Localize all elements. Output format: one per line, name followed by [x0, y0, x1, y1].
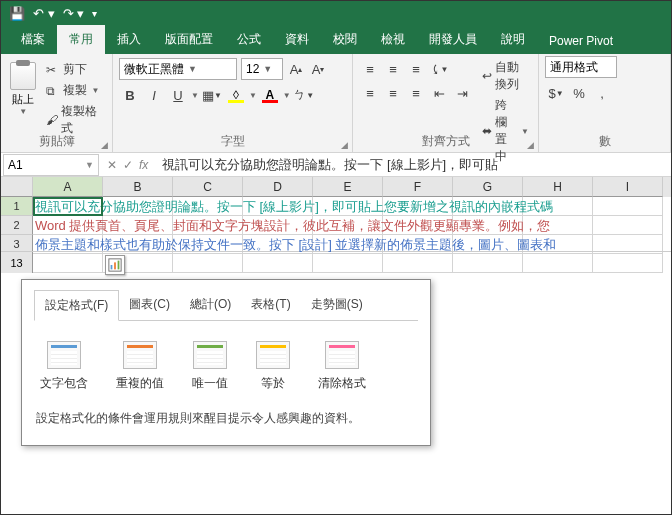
indent-decrease-icon[interactable]: ⇤	[428, 82, 450, 104]
cancel-formula-icon[interactable]: ✕	[107, 158, 117, 172]
ribbon: 貼上 ▼ ✂剪下 ⧉複製▼ 🖌複製格式 剪貼簿◢ 微軟正黑體▼ 12▼ A▴ A…	[1, 54, 671, 153]
tab-home[interactable]: 常用	[57, 25, 105, 54]
col-header-C[interactable]: C	[173, 177, 243, 197]
col-header-I[interactable]: I	[593, 177, 663, 197]
italic-button[interactable]: I	[143, 84, 165, 106]
col-header-A[interactable]: A	[33, 177, 103, 197]
tab-formulas[interactable]: 公式	[225, 25, 273, 54]
row-header-1[interactable]: 1	[1, 197, 33, 216]
col-header-B[interactable]: B	[103, 177, 173, 197]
name-box[interactable]: A1▼	[3, 154, 99, 176]
align-right-icon[interactable]: ≡	[405, 82, 427, 104]
phonetic-button[interactable]: ㄅ▼	[293, 84, 315, 106]
copy-icon: ⧉	[46, 84, 60, 98]
align-launcher-icon[interactable]: ◢	[527, 140, 534, 150]
font-size-combo[interactable]: 12▼	[241, 58, 283, 80]
save-icon[interactable]: 💾	[9, 6, 25, 21]
svg-rect-1	[111, 265, 113, 269]
font-name-combo[interactable]: 微軟正黑體▼	[119, 58, 237, 80]
popup-tab-total[interactable]: 總計(O)	[180, 290, 241, 320]
cell-A2[interactable]: Word 提供頁首、頁尾、封面和文字方塊設計，彼此互補，讓文件外觀更顯專業。例如…	[33, 216, 103, 235]
tab-file[interactable]: 檔案	[9, 25, 57, 54]
font-size-value: 12	[246, 62, 259, 76]
merge-label: 跨欄置中	[495, 97, 516, 165]
col-header-D[interactable]: D	[243, 177, 313, 197]
quick-analysis-button[interactable]	[105, 255, 125, 275]
col-header-F[interactable]: F	[383, 177, 453, 197]
increase-font-icon[interactable]: A▴	[287, 58, 305, 80]
clear-label: 清除格式	[318, 375, 366, 392]
comma-format-icon[interactable]: ,	[591, 82, 613, 104]
undo-icon[interactable]: ↶ ▾	[33, 6, 55, 21]
col-header-E[interactable]: E	[313, 177, 383, 197]
tab-data[interactable]: 資料	[273, 25, 321, 54]
equal-icon	[256, 341, 290, 369]
select-all-corner[interactable]	[1, 177, 33, 197]
align-middle-icon[interactable]: ≡	[382, 58, 404, 80]
copy-button[interactable]: ⧉複製▼	[44, 81, 106, 100]
format-text-contains-button[interactable]: 文字包含	[40, 341, 88, 392]
percent-format-icon[interactable]: %	[568, 82, 590, 104]
group-number: 通用格式 $▼ % , 數	[539, 54, 671, 152]
number-format-value: 通用格式	[550, 59, 598, 76]
quick-analysis-popup: 設定格式(F) 圖表(C) 總計(O) 表格(T) 走勢圖(S) 文字包含 重複…	[21, 279, 431, 446]
cut-button[interactable]: ✂剪下	[44, 60, 106, 79]
clipboard-launcher-icon[interactable]: ◢	[101, 140, 108, 150]
group-alignment: ≡ ≡ ≡ ⤹▼ ≡ ≡ ≡ ⇤ ⇥ ↩自動換列 ⬌跨欄置中▼ 對齊方式◢	[353, 54, 539, 152]
underline-button[interactable]: U	[167, 84, 189, 106]
formula-bar: A1▼ ✕ ✓ fx 視訊可以充分協助您證明論點。按一下 [線上影片]，即可貼	[1, 153, 671, 177]
tab-help[interactable]: 說明	[489, 25, 537, 54]
decrease-font-icon[interactable]: A▾	[309, 58, 327, 80]
format-duplicate-button[interactable]: 重複的值	[116, 341, 164, 392]
group-clipboard: 貼上 ▼ ✂剪下 ⧉複製▼ 🖌複製格式 剪貼簿◢	[1, 54, 113, 152]
tab-powerpivot[interactable]: Power Pivot	[537, 28, 625, 54]
format-equal-button[interactable]: 等於	[256, 341, 290, 392]
align-left-icon[interactable]: ≡	[359, 82, 381, 104]
bold-button[interactable]: B	[119, 84, 141, 106]
col-header-H[interactable]: H	[523, 177, 593, 197]
number-format-combo[interactable]: 通用格式	[545, 56, 617, 78]
merge-center-button[interactable]: ⬌跨欄置中▼	[479, 96, 532, 166]
group-clipboard-label: 剪貼簿	[39, 134, 75, 148]
align-center-icon[interactable]: ≡	[382, 82, 404, 104]
popup-tab-spark[interactable]: 走勢圖(S)	[301, 290, 373, 320]
formula-input[interactable]: 視訊可以充分協助您證明論點。按一下 [線上影片]，即可貼	[156, 156, 671, 174]
tab-review[interactable]: 校閱	[321, 25, 369, 54]
popup-tab-table[interactable]: 表格(T)	[241, 290, 300, 320]
row-header-13[interactable]: 13	[1, 253, 33, 273]
cut-label: 剪下	[63, 61, 87, 78]
paste-button[interactable]: 貼上 ▼	[7, 58, 40, 138]
wrap-text-button[interactable]: ↩自動換列	[479, 58, 532, 94]
accept-formula-icon[interactable]: ✓	[123, 158, 133, 172]
tab-insert[interactable]: 插入	[105, 25, 153, 54]
font-name-value: 微軟正黑體	[124, 61, 184, 78]
tab-layout[interactable]: 版面配置	[153, 25, 225, 54]
popup-tab-chart[interactable]: 圖表(C)	[119, 290, 180, 320]
cell-A3[interactable]: 佈景主題和樣式也有助於保持文件一致。按下 [設計] 並選擇新的佈景主題後，圖片、…	[33, 235, 103, 254]
worksheet-grid[interactable]: A B C D E F G H I 1 視訊可以充分協助您證明論點。按一下 [線…	[1, 177, 671, 273]
cell[interactable]	[593, 197, 663, 216]
tab-view[interactable]: 檢視	[369, 25, 417, 54]
format-clear-button[interactable]: 清除格式	[318, 341, 366, 392]
col-header-G[interactable]: G	[453, 177, 523, 197]
qat-customize-icon[interactable]: ▾	[92, 8, 97, 19]
cell-A1[interactable]: 視訊可以充分協助您證明論點。按一下 [線上影片]，即可貼上您要新增之視訊的內嵌程…	[33, 197, 103, 216]
tab-developer[interactable]: 開發人員	[417, 25, 489, 54]
format-unique-button[interactable]: 唯一值	[192, 341, 228, 392]
group-number-label: 數	[599, 134, 611, 148]
cell[interactable]	[593, 216, 663, 235]
orientation-icon[interactable]: ⤹▼	[428, 58, 450, 80]
row-header-2[interactable]: 2	[1, 216, 33, 235]
redo-icon[interactable]: ↷ ▾	[63, 6, 85, 21]
fx-icon[interactable]: fx	[139, 158, 148, 172]
border-button[interactable]: ▦▼	[201, 84, 223, 106]
font-launcher-icon[interactable]: ◢	[341, 140, 348, 150]
indent-increase-icon[interactable]: ⇥	[451, 82, 473, 104]
align-bottom-icon[interactable]: ≡	[405, 58, 427, 80]
accounting-format-icon[interactable]: $▼	[545, 82, 567, 104]
align-top-icon[interactable]: ≡	[359, 58, 381, 80]
popup-tab-format[interactable]: 設定格式(F)	[34, 290, 119, 321]
paste-icon	[10, 62, 36, 90]
fill-color-button[interactable]: ◊	[225, 84, 247, 106]
font-color-button[interactable]: A	[259, 84, 281, 106]
